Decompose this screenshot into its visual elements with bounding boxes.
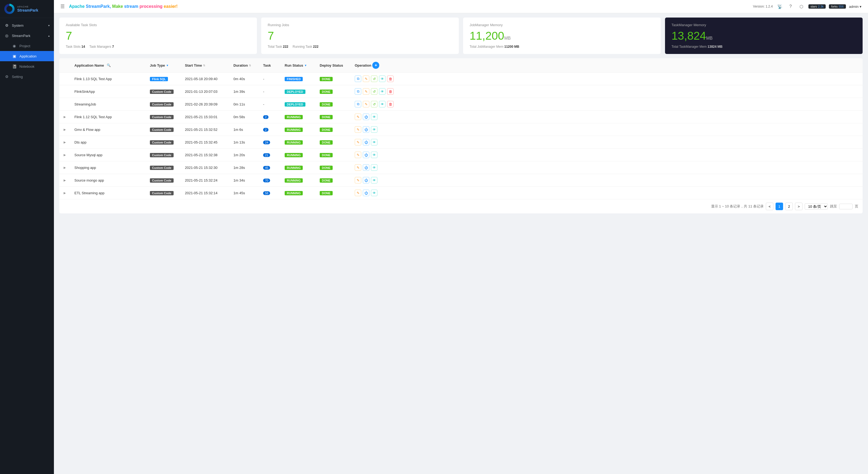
view-button[interactable]: 👁 bbox=[371, 164, 377, 171]
operation-cell: ✎ ⏻ 👁 bbox=[355, 164, 398, 171]
stars-badge[interactable]: stars 2.3k bbox=[808, 4, 826, 9]
sidebar-item-notebook[interactable]: 📓 Notebook bbox=[0, 61, 54, 71]
delete-button[interactable]: 🗑 bbox=[387, 76, 394, 82]
copy-button[interactable]: ⧉ bbox=[355, 101, 361, 107]
broadcast-icon[interactable]: 📡 bbox=[776, 3, 784, 10]
restart-button[interactable]: ↺ bbox=[371, 76, 377, 82]
edit-button[interactable]: ✎ bbox=[355, 177, 361, 183]
stat-value: 7 bbox=[268, 30, 452, 41]
power-button[interactable]: ⏻ bbox=[363, 152, 369, 158]
sidebar-item-project[interactable]: ◉ Project bbox=[0, 41, 54, 51]
filter-icon[interactable]: ▼ bbox=[166, 64, 169, 67]
expand-button[interactable]: ▶ bbox=[64, 166, 74, 170]
copy-button[interactable]: ⧉ bbox=[355, 76, 361, 82]
expand-button[interactable]: ▶ bbox=[64, 115, 74, 119]
deploy-status-cell: DONE bbox=[320, 140, 355, 144]
menu-toggle-icon[interactable]: ☰ bbox=[60, 3, 65, 9]
version-label: Version: 1.2.4 bbox=[753, 5, 773, 8]
sidebar-item-streampark[interactable]: ◎ StreamPark ▴ bbox=[0, 30, 54, 41]
deploy-status-badge: DONE bbox=[320, 115, 333, 119]
edit-button[interactable]: ✎ bbox=[355, 164, 361, 171]
sidebar-item-setting[interactable]: ⚙ Setting bbox=[0, 71, 54, 82]
restart-button[interactable]: ↺ bbox=[371, 101, 377, 107]
expand-button[interactable]: ▶ bbox=[64, 141, 74, 144]
view-button[interactable]: 👁 bbox=[379, 101, 385, 107]
sort-icon[interactable]: ⇅ bbox=[249, 64, 251, 67]
power-button[interactable]: ⏻ bbox=[363, 139, 369, 145]
page-title: Apache StreamPark, Make stream processin… bbox=[69, 4, 178, 9]
sidebar-nav: ⚙ System ▾ ◎ StreamPark ▴ ◉ Project ▣ Ap… bbox=[0, 18, 54, 474]
power-button[interactable]: ⏻ bbox=[363, 126, 369, 133]
sidebar-item-system[interactable]: ⚙ System ▾ bbox=[0, 20, 54, 30]
github-icon[interactable]: ⬡ bbox=[798, 3, 805, 10]
sort-icon[interactable]: ⇅ bbox=[203, 64, 205, 67]
job-type-cell: Custom Code bbox=[150, 115, 185, 119]
table-row: ▶ Source Mysql app Custom Code 2021-05-2… bbox=[59, 149, 863, 161]
delete-button[interactable]: 🗑 bbox=[387, 88, 394, 95]
task-count: 21 bbox=[263, 153, 270, 157]
stat-label: JobManager Memory bbox=[470, 23, 654, 27]
prev-page-button[interactable]: < bbox=[766, 203, 773, 210]
project-icon: ◉ bbox=[12, 43, 17, 48]
view-button[interactable]: 👁 bbox=[371, 114, 377, 120]
sidebar-item-label: Project bbox=[20, 44, 30, 48]
help-icon[interactable]: ? bbox=[787, 3, 795, 10]
job-type-cell: Custom Code bbox=[150, 90, 185, 94]
view-button[interactable]: 👁 bbox=[371, 126, 377, 133]
next-page-button[interactable]: > bbox=[795, 203, 803, 210]
delete-button[interactable]: 🗑 bbox=[387, 101, 394, 107]
view-button[interactable]: 👁 bbox=[379, 76, 385, 82]
setting-icon: ⚙ bbox=[4, 74, 9, 79]
edit-button[interactable]: ✎ bbox=[355, 139, 361, 145]
view-button[interactable]: 👁 bbox=[371, 177, 377, 183]
edit-button[interactable]: ✎ bbox=[355, 190, 361, 196]
view-button[interactable]: 👁 bbox=[371, 152, 377, 158]
expand-button[interactable]: ▶ bbox=[64, 128, 74, 131]
task-count: 70 bbox=[263, 179, 270, 182]
deploy-status-badge: DONE bbox=[320, 178, 333, 183]
expand-button[interactable]: ▶ bbox=[64, 191, 74, 195]
copy-button[interactable]: ⧉ bbox=[355, 88, 361, 95]
sidebar-logo: APACHE StreamPark bbox=[0, 0, 54, 18]
power-button[interactable]: ⏻ bbox=[363, 177, 369, 183]
edit-button[interactable]: ✎ bbox=[363, 88, 369, 95]
edit-button[interactable]: ✎ bbox=[363, 76, 369, 82]
duration-cell: 0m 40s bbox=[234, 77, 263, 81]
view-button[interactable]: 👁 bbox=[379, 88, 385, 95]
forks-badge[interactable]: forks 556 bbox=[829, 4, 846, 9]
edit-button[interactable]: ✎ bbox=[355, 152, 361, 158]
restart-button[interactable]: ↺ bbox=[371, 88, 377, 95]
view-button[interactable]: 👁 bbox=[371, 139, 377, 145]
operation-cell: ⧉ ✎ ↺ 👁 🗑 bbox=[355, 88, 398, 95]
view-button[interactable]: 👁 bbox=[371, 190, 377, 196]
edit-button[interactable]: ✎ bbox=[363, 101, 369, 107]
deploy-status-badge: DONE bbox=[320, 90, 333, 94]
search-icon[interactable]: 🔍 bbox=[105, 61, 113, 69]
expand-button[interactable]: ▶ bbox=[64, 153, 74, 157]
run-status-cell: DEPLOYED bbox=[285, 90, 320, 94]
col-deploy-status: Deploy Status bbox=[320, 63, 355, 67]
edit-button[interactable]: ✎ bbox=[355, 126, 361, 133]
power-button[interactable]: ⏻ bbox=[363, 114, 369, 120]
job-type-cell: Custom Code bbox=[150, 191, 185, 195]
duration-cell: 1m 39s bbox=[234, 90, 263, 94]
sidebar-item-application[interactable]: ▣ Application bbox=[0, 51, 54, 61]
page-2-button[interactable]: 2 bbox=[785, 203, 793, 210]
page-1-button[interactable]: 1 bbox=[776, 203, 783, 210]
edit-button[interactable]: ✎ bbox=[355, 114, 361, 120]
per-page-select[interactable]: 10 条/页 20 条/页 50 条/页 bbox=[805, 203, 828, 210]
task-cell: 24 bbox=[263, 140, 285, 144]
deploy-status-cell: DONE bbox=[320, 153, 355, 157]
expand-button[interactable]: ▶ bbox=[64, 179, 74, 182]
add-application-button[interactable]: + bbox=[372, 62, 379, 69]
filter-icon[interactable]: ▼ bbox=[304, 64, 307, 67]
power-button[interactable]: ⏻ bbox=[363, 190, 369, 196]
col-run-status: Run Status ▼ bbox=[285, 63, 320, 67]
power-button[interactable]: ⏻ bbox=[363, 164, 369, 171]
title-stream: stream bbox=[124, 4, 138, 9]
admin-menu[interactable]: admin ▾ bbox=[849, 5, 862, 9]
stat-footer: Task Slots 14 Task Managers 7 bbox=[66, 45, 250, 49]
goto-input[interactable] bbox=[839, 204, 852, 209]
table-header: Application Name 🔍 Job Type ▼ Start Time… bbox=[59, 58, 863, 72]
stars-label: stars bbox=[811, 5, 817, 8]
